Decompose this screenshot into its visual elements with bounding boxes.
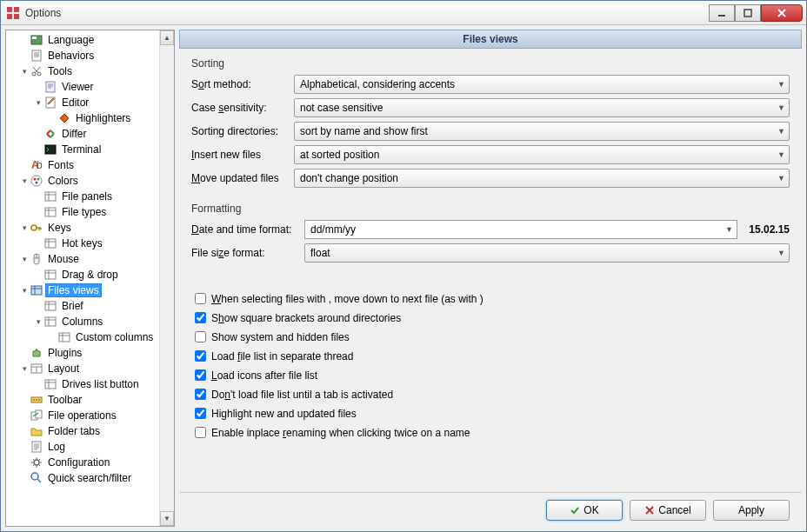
tree-item-terminal[interactable]: Terminal: [8, 142, 159, 157]
log-icon: [30, 440, 43, 454]
checkbox-input[interactable]: [195, 331, 206, 342]
tree-item-drives-list-button[interactable]: Drives list button: [8, 376, 159, 392]
ok-button[interactable]: OK: [546, 500, 623, 521]
option-checkbox-5[interactable]: Don't load file list until a tab is acti…: [191, 386, 790, 402]
tree-item-language[interactable]: Language: [8, 32, 159, 48]
svg-point-19: [36, 182, 38, 184]
checkbox-input[interactable]: [195, 408, 206, 419]
dropdown-arrow-icon: ▼: [777, 249, 785, 257]
move-label: Move updated files: [191, 172, 294, 184]
close-button[interactable]: [761, 4, 803, 22]
date-format-label: Date and time format:: [191, 223, 304, 236]
dropdown-arrow-icon: ▼: [777, 80, 785, 89]
tree-item-tools[interactable]: ▾Tools: [8, 63, 159, 79]
file-size-format-combo[interactable]: float▼: [304, 243, 790, 263]
option-checkbox-3[interactable]: Load file list in separate thread: [191, 348, 790, 364]
tree-item-brief[interactable]: Brief: [8, 298, 159, 314]
tree-item-behaviors[interactable]: Behaviors: [8, 48, 159, 63]
checkbox-input[interactable]: [195, 389, 206, 400]
option-checkbox-7[interactable]: Enable inplace renaming when clicking tw…: [191, 424, 790, 441]
tree-item-differ[interactable]: Differ: [8, 126, 159, 142]
svg-rect-7: [32, 37, 37, 39]
app-icon: [6, 6, 20, 20]
tree-item-quick-search-filter[interactable]: Quick search/filter: [8, 470, 159, 486]
svg-point-16: [31, 176, 42, 186]
insert-combo[interactable]: at sorted position▼: [294, 145, 790, 164]
option-checkbox-0[interactable]: When selecting files with , move down to…: [191, 290, 790, 307]
checkbox-input[interactable]: [195, 293, 206, 304]
tree-item-viewer[interactable]: Viewer: [8, 79, 159, 95]
option-checkbox-6[interactable]: Highlight new and updated files: [191, 405, 790, 422]
tree-twisty-icon[interactable]: ▾: [34, 98, 43, 107]
panel-icon: [43, 205, 57, 219]
tree-item-hot-keys[interactable]: Hot keys: [8, 236, 159, 251]
checkbox-label: Show square brackets around directories: [211, 312, 401, 324]
checkbox-input[interactable]: [195, 427, 206, 438]
directories-combo[interactable]: sort by name and show first▼: [294, 122, 790, 141]
panel-blue-icon: [30, 283, 43, 297]
panel-icon: [43, 190, 57, 203]
note-icon: [30, 49, 43, 63]
tree-item-mouse[interactable]: ▾Mouse: [8, 251, 159, 267]
scroll-up-button[interactable]: ▲: [160, 30, 174, 45]
maximize-button[interactable]: [735, 4, 761, 22]
tree-item-file-operations[interactable]: File operations: [8, 408, 159, 423]
checkbox-input[interactable]: [195, 350, 206, 362]
cancel-button[interactable]: Cancel: [630, 500, 706, 521]
svg-rect-3: [14, 14, 19, 19]
tree-item-folder-tabs[interactable]: Folder tabs: [8, 423, 159, 439]
tree-item-label: Drives list button: [59, 377, 142, 391]
tree-item-keys[interactable]: ▾Keys: [8, 220, 159, 236]
tree-item-file-panels[interactable]: File panels: [8, 189, 159, 204]
tree-item-plugins[interactable]: Plugins: [8, 345, 159, 361]
svg-rect-23: [45, 239, 56, 248]
apply-button[interactable]: Apply: [713, 500, 790, 521]
tree-item-log[interactable]: Log: [8, 439, 159, 455]
tree-item-editor[interactable]: ▾Editor: [8, 95, 159, 110]
tree-item-file-types[interactable]: File types: [8, 204, 159, 220]
case-combo[interactable]: not case sensitive▼: [294, 98, 790, 117]
tree-item-layout[interactable]: ▾Layout: [8, 361, 159, 376]
tree-item-highlighters[interactable]: Highlighters: [8, 110, 159, 126]
checkbox-label: Highlight new and updated files: [211, 408, 357, 420]
tree-scrollbar[interactable]: ▲ ▼: [159, 30, 174, 526]
checkbox-input[interactable]: [195, 369, 206, 381]
tree-twisty-icon[interactable]: ▾: [20, 176, 30, 185]
svg-rect-20: [45, 192, 56, 201]
option-checkbox-2[interactable]: Show system and hidden files: [191, 329, 790, 345]
svg-rect-38: [32, 442, 41, 452]
lang-icon: [30, 33, 43, 47]
sort_method-combo[interactable]: Alphabetical, considering accents▼: [294, 75, 790, 94]
tree-item-colors[interactable]: ▾Colors: [8, 173, 159, 189]
date-format-input[interactable]: dd/mm/yy▼: [304, 220, 737, 239]
tree-item-custom-columns[interactable]: Custom columns: [8, 329, 159, 345]
checkbox-input[interactable]: [195, 312, 206, 323]
svg-rect-28: [45, 317, 56, 326]
sort_method-label: Sort method:: [191, 78, 294, 90]
tree-item-drag-drop[interactable]: Drag & drop: [8, 267, 159, 283]
tree-item-files-views[interactable]: ▾Files views: [8, 283, 159, 298]
move-combo[interactable]: don't change position▼: [294, 169, 790, 188]
tree-twisty-icon[interactable]: ▾: [20, 67, 30, 76]
svg-rect-25: [45, 270, 56, 279]
tree-twisty-icon[interactable]: ▾: [20, 223, 30, 232]
scroll-down-button[interactable]: ▼: [160, 511, 174, 526]
tree-item-label: Log: [45, 440, 68, 454]
case-label: Case sensitivity:: [191, 102, 294, 114]
tree-twisty-icon[interactable]: ▾: [20, 255, 30, 263]
tree-item-fonts[interactable]: AbFonts: [8, 157, 159, 173]
svg-point-33: [33, 399, 35, 401]
option-checkbox-4[interactable]: Load icons after file list: [191, 367, 790, 383]
tree-twisty-icon[interactable]: ▾: [20, 286, 30, 295]
tree-item-toolbar[interactable]: Toolbar: [8, 392, 159, 408]
tree-item-label: Custom columns: [73, 330, 156, 344]
tree-item-label: File panels: [59, 190, 115, 203]
tree-item-configuration[interactable]: Configuration: [8, 455, 159, 470]
sorting-section-title: Sorting: [191, 57, 790, 70]
tree-item-columns[interactable]: ▾Columns: [8, 314, 159, 329]
tree-twisty-icon[interactable]: ▾: [20, 364, 30, 373]
tree-item-label: Folder tabs: [45, 424, 103, 438]
option-checkbox-1[interactable]: Show square brackets around directories: [191, 309, 790, 326]
tree-twisty-icon[interactable]: ▾: [34, 317, 43, 326]
minimize-button[interactable]: [709, 4, 735, 22]
